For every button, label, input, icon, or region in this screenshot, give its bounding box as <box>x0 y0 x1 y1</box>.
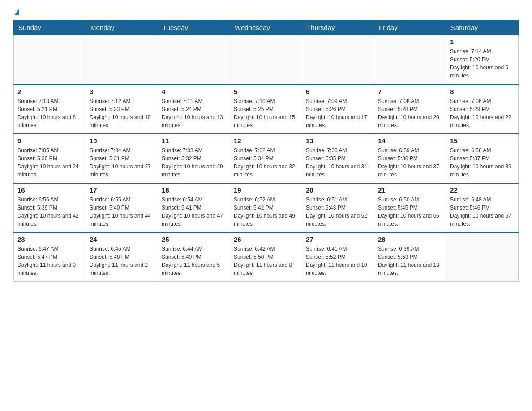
day-number: 25 <box>162 235 226 243</box>
calendar-cell: 20Sunrise: 6:51 AM Sunset: 5:43 PM Dayli… <box>302 183 374 232</box>
day-number: 21 <box>378 186 442 194</box>
day-info: Sunrise: 6:51 AM Sunset: 5:43 PM Dayligh… <box>306 196 370 228</box>
day-info: Sunrise: 6:58 AM Sunset: 5:37 PM Dayligh… <box>450 146 515 179</box>
calendar-cell: 22Sunrise: 6:48 AM Sunset: 5:46 PM Dayli… <box>446 183 519 232</box>
day-number: 2 <box>17 88 82 95</box>
day-info: Sunrise: 7:02 AM Sunset: 5:34 PM Dayligh… <box>234 146 298 179</box>
calendar-cell: 5Sunrise: 7:10 AM Sunset: 5:25 PM Daylig… <box>230 85 302 134</box>
day-info: Sunrise: 6:50 AM Sunset: 5:45 PM Dayligh… <box>378 196 442 228</box>
day-info: Sunrise: 7:12 AM Sunset: 5:23 PM Dayligh… <box>90 97 154 129</box>
calendar-header-wednesday: Wednesday <box>230 20 302 35</box>
calendar-cell: 10Sunrise: 7:04 AM Sunset: 5:31 PM Dayli… <box>86 134 158 183</box>
calendar-cell: 23Sunrise: 6:47 AM Sunset: 5:47 PM Dayli… <box>14 232 86 282</box>
day-info: Sunrise: 6:56 AM Sunset: 5:39 PM Dayligh… <box>17 196 82 228</box>
calendar-cell: 17Sunrise: 6:55 AM Sunset: 5:40 PM Dayli… <box>86 183 158 232</box>
day-info: Sunrise: 6:45 AM Sunset: 5:48 PM Dayligh… <box>90 245 154 277</box>
calendar-cell: 7Sunrise: 7:08 AM Sunset: 5:28 PM Daylig… <box>374 85 446 134</box>
day-info: Sunrise: 6:54 AM Sunset: 5:41 PM Dayligh… <box>162 196 226 228</box>
day-info: Sunrise: 7:03 AM Sunset: 5:32 PM Dayligh… <box>162 146 226 179</box>
day-number: 24 <box>90 235 154 243</box>
day-number: 27 <box>306 235 370 243</box>
calendar-cell <box>158 35 230 85</box>
day-number: 22 <box>450 186 515 194</box>
day-info: Sunrise: 7:09 AM Sunset: 5:26 PM Dayligh… <box>306 97 370 129</box>
day-info: Sunrise: 6:42 AM Sunset: 5:50 PM Dayligh… <box>234 245 298 277</box>
calendar-week-1: 1Sunrise: 7:14 AM Sunset: 5:20 PM Daylig… <box>14 35 519 85</box>
calendar-cell: 4Sunrise: 7:11 AM Sunset: 5:24 PM Daylig… <box>158 85 230 134</box>
day-info: Sunrise: 6:55 AM Sunset: 5:40 PM Dayligh… <box>90 196 154 228</box>
day-number: 28 <box>378 235 442 243</box>
day-info: Sunrise: 7:11 AM Sunset: 5:24 PM Dayligh… <box>162 97 226 129</box>
day-number: 19 <box>234 186 298 194</box>
calendar-week-4: 16Sunrise: 6:56 AM Sunset: 5:39 PM Dayli… <box>14 183 519 232</box>
day-number: 9 <box>17 137 82 145</box>
day-info: Sunrise: 7:10 AM Sunset: 5:25 PM Dayligh… <box>234 97 298 129</box>
day-number: 23 <box>17 235 82 243</box>
day-number: 4 <box>162 88 226 95</box>
calendar-header-sunday: Sunday <box>14 20 86 35</box>
calendar-cell: 6Sunrise: 7:09 AM Sunset: 5:26 PM Daylig… <box>302 85 374 134</box>
day-number: 7 <box>378 88 442 95</box>
calendar-cell: 3Sunrise: 7:12 AM Sunset: 5:23 PM Daylig… <box>86 85 158 134</box>
calendar-table: SundayMondayTuesdayWednesdayThursdayFrid… <box>13 20 519 282</box>
calendar-cell: 24Sunrise: 6:45 AM Sunset: 5:48 PM Dayli… <box>86 232 158 282</box>
calendar-cell <box>302 35 374 85</box>
day-number: 12 <box>234 137 298 145</box>
day-info: Sunrise: 7:08 AM Sunset: 5:28 PM Dayligh… <box>378 97 442 129</box>
day-number: 26 <box>234 235 298 243</box>
calendar-header-monday: Monday <box>86 20 158 35</box>
day-info: Sunrise: 6:44 AM Sunset: 5:49 PM Dayligh… <box>162 245 226 277</box>
calendar-cell: 28Sunrise: 6:39 AM Sunset: 5:53 PM Dayli… <box>374 232 446 282</box>
calendar-header-row: SundayMondayTuesdayWednesdayThursdayFrid… <box>14 20 519 35</box>
calendar-cell: 13Sunrise: 7:00 AM Sunset: 5:35 PM Dayli… <box>302 134 374 183</box>
day-number: 14 <box>378 137 442 145</box>
calendar-week-3: 9Sunrise: 7:05 AM Sunset: 5:30 PM Daylig… <box>14 134 519 183</box>
calendar-cell: 1Sunrise: 7:14 AM Sunset: 5:20 PM Daylig… <box>446 35 519 85</box>
calendar-header-tuesday: Tuesday <box>158 20 230 35</box>
day-info: Sunrise: 6:59 AM Sunset: 5:36 PM Dayligh… <box>378 146 442 179</box>
calendar-cell: 21Sunrise: 6:50 AM Sunset: 5:45 PM Dayli… <box>374 183 446 232</box>
day-number: 5 <box>234 88 298 95</box>
day-info: Sunrise: 6:52 AM Sunset: 5:42 PM Dayligh… <box>234 196 298 228</box>
day-info: Sunrise: 7:14 AM Sunset: 5:20 PM Dayligh… <box>450 47 515 80</box>
calendar-cell: 19Sunrise: 6:52 AM Sunset: 5:42 PM Dayli… <box>230 183 302 232</box>
calendar-cell: 11Sunrise: 7:03 AM Sunset: 5:32 PM Dayli… <box>158 134 230 183</box>
day-info: Sunrise: 6:41 AM Sunset: 5:52 PM Dayligh… <box>306 245 370 277</box>
day-number: 1 <box>450 38 515 46</box>
calendar-cell: 14Sunrise: 6:59 AM Sunset: 5:36 PM Dayli… <box>374 134 446 183</box>
day-number: 16 <box>17 186 82 194</box>
calendar-header-saturday: Saturday <box>446 20 519 35</box>
logo <box>13 9 19 15</box>
day-number: 15 <box>450 137 515 145</box>
calendar-header-thursday: Thursday <box>302 20 374 35</box>
calendar-cell: 18Sunrise: 6:54 AM Sunset: 5:41 PM Dayli… <box>158 183 230 232</box>
day-number: 8 <box>450 88 515 95</box>
calendar-week-2: 2Sunrise: 7:13 AM Sunset: 5:21 PM Daylig… <box>14 85 519 134</box>
day-number: 17 <box>90 186 154 194</box>
day-info: Sunrise: 7:06 AM Sunset: 5:29 PM Dayligh… <box>450 97 515 129</box>
calendar-cell: 8Sunrise: 7:06 AM Sunset: 5:29 PM Daylig… <box>446 85 519 134</box>
day-info: Sunrise: 7:00 AM Sunset: 5:35 PM Dayligh… <box>306 146 370 179</box>
calendar-week-5: 23Sunrise: 6:47 AM Sunset: 5:47 PM Dayli… <box>14 232 519 282</box>
day-info: Sunrise: 7:13 AM Sunset: 5:21 PM Dayligh… <box>17 97 82 129</box>
day-number: 6 <box>306 88 370 95</box>
calendar-cell: 27Sunrise: 6:41 AM Sunset: 5:52 PM Dayli… <box>302 232 374 282</box>
day-number: 18 <box>162 186 226 194</box>
calendar-cell: 2Sunrise: 7:13 AM Sunset: 5:21 PM Daylig… <box>14 85 86 134</box>
day-number: 3 <box>90 88 154 95</box>
day-info: Sunrise: 6:39 AM Sunset: 5:53 PM Dayligh… <box>378 245 442 277</box>
day-number: 20 <box>306 186 370 194</box>
day-info: Sunrise: 7:05 AM Sunset: 5:30 PM Dayligh… <box>17 146 82 179</box>
day-info: Sunrise: 6:47 AM Sunset: 5:47 PM Dayligh… <box>17 245 82 277</box>
calendar-cell <box>446 232 519 282</box>
calendar-cell: 16Sunrise: 6:56 AM Sunset: 5:39 PM Dayli… <box>14 183 86 232</box>
day-info: Sunrise: 7:04 AM Sunset: 5:31 PM Dayligh… <box>90 146 154 179</box>
day-number: 13 <box>306 137 370 145</box>
day-number: 10 <box>90 137 154 145</box>
page-header <box>13 9 519 15</box>
calendar-cell <box>230 35 302 85</box>
day-info: Sunrise: 6:48 AM Sunset: 5:46 PM Dayligh… <box>450 196 515 228</box>
calendar-cell <box>374 35 446 85</box>
day-number: 11 <box>162 137 226 145</box>
calendar-cell: 25Sunrise: 6:44 AM Sunset: 5:49 PM Dayli… <box>158 232 230 282</box>
